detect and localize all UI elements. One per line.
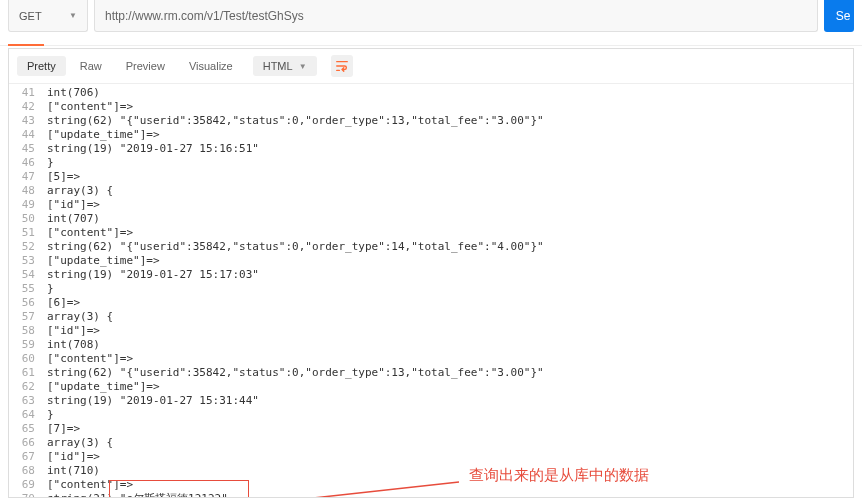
line-content: array(3) { (43, 184, 113, 198)
line-number: 47 (9, 170, 43, 184)
tab-visualize[interactable]: Visualize (179, 56, 243, 76)
line-content: string(19) "2019-01-27 15:31:44" (43, 394, 259, 408)
chevron-down-icon: ▼ (299, 62, 307, 71)
code-line: 56[6]=> (9, 296, 853, 310)
code-line: 50int(707) (9, 212, 853, 226)
line-content: } (43, 282, 54, 296)
code-line: 55} (9, 282, 853, 296)
code-line: 47[5]=> (9, 170, 853, 184)
line-number: 66 (9, 436, 43, 450)
line-number: 55 (9, 282, 43, 296)
line-number: 69 (9, 478, 43, 492)
line-content: ["update_time"]=> (43, 254, 160, 268)
code-line: 64} (9, 408, 853, 422)
line-content: string(19) "2019-01-27 15:17:03" (43, 268, 259, 282)
line-content: string(21) "e尔斯搭福德12122" (43, 492, 228, 497)
line-number: 60 (9, 352, 43, 366)
line-number: 42 (9, 100, 43, 114)
line-number: 51 (9, 226, 43, 240)
line-content: string(62) "{"userid":35842,"status":0,"… (43, 240, 544, 254)
code-line: 67["id"]=> (9, 450, 853, 464)
line-content: [6]=> (43, 296, 80, 310)
line-number: 70 (9, 492, 43, 497)
code-line: 48array(3) { (9, 184, 853, 198)
code-line: 43string(62) "{"userid":35842,"status":0… (9, 114, 853, 128)
line-content: ["id"]=> (43, 324, 100, 338)
code-line: 58["id"]=> (9, 324, 853, 338)
line-content: } (43, 156, 54, 170)
send-label: Se (836, 9, 851, 23)
line-content: } (43, 408, 54, 422)
url-input[interactable]: http://www.rm.com/v1/Test/testGhSys (94, 0, 818, 32)
code-line: 63string(19) "2019-01-27 15:31:44" (9, 394, 853, 408)
line-content: array(3) { (43, 436, 113, 450)
line-number: 48 (9, 184, 43, 198)
code-line: 68int(710) (9, 464, 853, 478)
url-text: http://www.rm.com/v1/Test/testGhSys (105, 9, 304, 23)
line-number: 53 (9, 254, 43, 268)
tab-raw[interactable]: Raw (70, 56, 112, 76)
chevron-down-icon: ▼ (69, 11, 77, 20)
line-content: ["content"]=> (43, 478, 133, 492)
line-content: ["content"]=> (43, 352, 133, 366)
response-body[interactable]: 41int(706)42["content"]=>43string(62) "{… (9, 84, 853, 497)
line-number: 46 (9, 156, 43, 170)
line-number: 65 (9, 422, 43, 436)
line-content: int(710) (43, 464, 100, 478)
method-select[interactable]: GET ▼ (8, 0, 88, 32)
line-number: 41 (9, 86, 43, 100)
code-line: 44["update_time"]=> (9, 128, 853, 142)
tab-preview[interactable]: Preview (116, 56, 175, 76)
response-panel: Pretty Raw Preview Visualize HTML ▼ 41in… (8, 48, 854, 498)
code-line: 66array(3) { (9, 436, 853, 450)
line-number: 45 (9, 142, 43, 156)
line-content: string(62) "{"userid":35842,"status":0,"… (43, 114, 544, 128)
line-content: ["content"]=> (43, 226, 133, 240)
code-line: 60["content"]=> (9, 352, 853, 366)
line-content: ["content"]=> (43, 100, 133, 114)
wrap-icon-svg (335, 59, 349, 73)
line-number: 54 (9, 268, 43, 282)
line-content: array(3) { (43, 310, 113, 324)
line-content: int(707) (43, 212, 100, 226)
line-content: int(706) (43, 86, 100, 100)
line-number: 52 (9, 240, 43, 254)
line-number: 50 (9, 212, 43, 226)
line-number: 49 (9, 198, 43, 212)
line-content: string(62) "{"userid":35842,"status":0,"… (43, 366, 544, 380)
line-content: string(19) "2019-01-27 15:16:51" (43, 142, 259, 156)
line-number: 59 (9, 338, 43, 352)
view-tabs: Pretty Raw Preview Visualize HTML ▼ (9, 49, 853, 84)
line-number: 67 (9, 450, 43, 464)
code-line: 61string(62) "{"userid":35842,"status":0… (9, 366, 853, 380)
code-line: 51["content"]=> (9, 226, 853, 240)
tab-indicator (0, 32, 862, 46)
line-number: 64 (9, 408, 43, 422)
code-line: 41int(706) (9, 86, 853, 100)
request-bar: GET ▼ http://www.rm.com/v1/Test/testGhSy… (0, 0, 862, 32)
line-content: ["update_time"]=> (43, 380, 160, 394)
line-content: int(708) (43, 338, 100, 352)
line-number: 56 (9, 296, 43, 310)
code-line: 59int(708) (9, 338, 853, 352)
line-number: 68 (9, 464, 43, 478)
send-button[interactable]: Se (824, 0, 854, 32)
code-line: 57array(3) { (9, 310, 853, 324)
code-line: 53["update_time"]=> (9, 254, 853, 268)
code-line: 49["id"]=> (9, 198, 853, 212)
code-line: 69["content"]=> (9, 478, 853, 492)
line-number: 61 (9, 366, 43, 380)
tab-pretty[interactable]: Pretty (17, 56, 66, 76)
line-content: ["id"]=> (43, 450, 100, 464)
line-number: 63 (9, 394, 43, 408)
line-number: 43 (9, 114, 43, 128)
line-content: ["id"]=> (43, 198, 100, 212)
code-line: 65[7]=> (9, 422, 853, 436)
format-select[interactable]: HTML ▼ (253, 56, 317, 76)
code-line: 46} (9, 156, 853, 170)
method-label: GET (19, 10, 42, 22)
wrap-lines-icon[interactable] (331, 55, 353, 77)
code-line: 70string(21) "e尔斯搭福德12122" (9, 492, 853, 497)
line-content: [5]=> (43, 170, 80, 184)
line-number: 58 (9, 324, 43, 338)
